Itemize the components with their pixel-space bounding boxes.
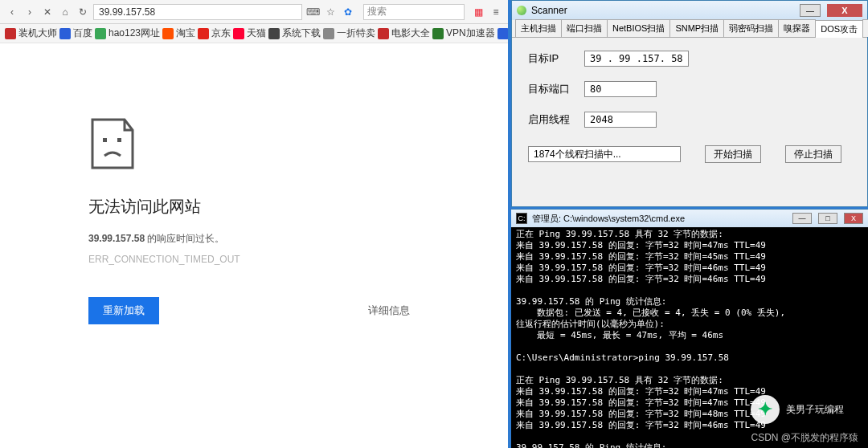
bookmark-favicon — [59, 28, 71, 39]
browser-toolbar: ‹ › ✕ ⌂ ↻ 39.99.157.58 ⌨ ☆ ✿ 搜索 ▦ ≡ — [0, 0, 508, 24]
bookmark-label: 系统下载 — [282, 26, 321, 40]
scanner-tab[interactable]: 注入检测 — [862, 19, 868, 37]
scanner-tab[interactable]: NetBIOS扫描 — [607, 19, 670, 37]
bookmark-favicon — [497, 28, 508, 39]
start-scan-button[interactable]: 开始扫描 — [705, 145, 761, 163]
scanner-tab[interactable]: 主机扫描 — [515, 19, 562, 37]
scanner-tab[interactable]: 嗅探器 — [778, 19, 816, 37]
target-ip-input[interactable] — [584, 51, 689, 67]
reload-icon[interactable]: ↻ — [76, 5, 90, 19]
error-code: ERR_CONNECTION_TIMED_OUT — [88, 254, 508, 265]
scanner-window: Scanner — X 主机扫描端口扫描NetBIOS扫描SNMP扫描弱密码扫描… — [511, 0, 868, 207]
target-ip-label: 目标IP — [528, 51, 584, 66]
search-box[interactable]: 搜索 — [363, 4, 465, 20]
star-icon[interactable]: ☆ — [323, 5, 338, 19]
error-sub-suffix: 的响应时间过长。 — [145, 233, 224, 244]
stop-icon[interactable]: ✕ — [40, 5, 55, 19]
home-icon[interactable]: ⌂ — [58, 5, 72, 19]
wechat-watermark: ✦ 美男子玩编程 — [751, 395, 844, 424]
cmd-titlebar: C: 管理员: C:\windows\system32\cmd.exe — □ … — [511, 210, 868, 227]
bookmark-item[interactable]: 系统下载 — [268, 26, 321, 40]
address-bar[interactable]: 39.99.157.58 — [93, 4, 302, 20]
threads-input[interactable] — [584, 112, 657, 128]
svg-rect-1 — [117, 138, 121, 142]
scanner-tab[interactable]: DOS攻击 — [815, 20, 863, 38]
bookmark-item[interactable]: 驱动精灵 — [497, 26, 508, 40]
bookmark-item[interactable]: 天猫 — [233, 26, 266, 40]
browser-right-icons: ▦ ≡ — [471, 5, 503, 19]
bookmark-favicon — [198, 28, 209, 39]
bookmark-label: 京东 — [211, 26, 231, 40]
details-button[interactable]: 详细信息 — [368, 303, 410, 318]
bookmark-item[interactable]: 百度 — [59, 26, 92, 40]
scanner-titlebar: Scanner — X — [512, 1, 867, 20]
bookmark-favicon — [323, 28, 334, 39]
address-text: 39.99.157.58 — [99, 6, 155, 18]
bookmark-favicon — [162, 28, 174, 39]
bookmark-item[interactable]: 装机大师 — [5, 26, 57, 40]
bookmark-favicon — [378, 28, 389, 39]
bookmark-item[interactable]: VPN加速器 — [432, 26, 495, 40]
search-placeholder: 搜索 — [367, 5, 387, 18]
browser-window: ‹ › ✕ ⌂ ↻ 39.99.157.58 ⌨ ☆ ✿ 搜索 ▦ ≡ 装机大师… — [0, 0, 508, 448]
bookmark-label: 一折特卖 — [337, 26, 375, 40]
bookmark-favicon — [268, 28, 280, 39]
error-host: 39.99.157.58 — [88, 233, 145, 244]
bookmark-item[interactable]: hao123网址 — [95, 26, 160, 40]
bookmarks-bar: 装机大师百度hao123网址淘宝京东天猫系统下载一折特卖电影大全VPN加速器驱动… — [0, 24, 508, 43]
minimize-button[interactable]: — — [800, 4, 821, 17]
bookmark-label: 装机大师 — [18, 26, 57, 40]
scan-status: 1874个线程扫描中... — [528, 146, 681, 162]
bookmark-favicon — [432, 28, 444, 39]
bookmark-favicon — [95, 28, 106, 39]
bookmark-label: 淘宝 — [176, 26, 195, 40]
scanner-app-icon — [517, 6, 526, 15]
forward-button[interactable]: › — [23, 5, 37, 19]
stop-scan-button[interactable]: 停止扫描 — [785, 145, 841, 163]
scanner-panel: 目标IP 目标端口 启用线程 1874个线程扫描中... 开始扫描 停止扫描 — [512, 38, 867, 176]
bookmark-favicon — [233, 28, 244, 39]
bookmark-label: 天猫 — [247, 26, 266, 40]
keyboard-icon[interactable]: ⌨ — [305, 5, 320, 19]
bookmark-label: 百度 — [73, 26, 92, 40]
menu-icon[interactable]: ≡ — [489, 5, 503, 19]
grid-icon[interactable]: ▦ — [471, 5, 485, 19]
bookmark-favicon — [5, 28, 16, 39]
bookmark-item[interactable]: 京东 — [198, 26, 231, 40]
close-button[interactable]: X — [827, 4, 862, 17]
wechat-icon: ✦ — [751, 395, 780, 424]
csdn-watermark: CSDN @不脱发的程序猿 — [751, 431, 858, 445]
bookmark-label: VPN加速器 — [446, 26, 495, 40]
scanner-title-text: Scanner — [531, 5, 795, 16]
svg-rect-0 — [103, 138, 107, 142]
scanner-tab[interactable]: 端口扫描 — [561, 19, 608, 37]
bookmark-item[interactable]: 淘宝 — [162, 26, 195, 40]
back-button[interactable]: ‹ — [5, 5, 19, 19]
cmd-maximize-button[interactable]: □ — [818, 213, 837, 224]
error-title: 无法访问此网站 — [88, 196, 508, 218]
cmd-title-text: 管理员: C:\windows\system32\cmd.exe — [532, 213, 786, 225]
cmd-close-button[interactable]: X — [844, 213, 863, 224]
error-subtitle: 39.99.157.58 的响应时间过长。 — [88, 232, 508, 246]
target-port-label: 目标端口 — [528, 82, 584, 96]
bookmark-item[interactable]: 一折特卖 — [323, 26, 375, 40]
bookmark-label: 电影大全 — [391, 26, 430, 40]
error-page: 无法访问此网站 39.99.157.58 的响应时间过长。 ERR_CONNEC… — [0, 43, 508, 324]
paw-icon[interactable]: ✿ — [341, 5, 355, 19]
sad-page-icon — [88, 116, 137, 172]
watermark-text: 美男子玩编程 — [786, 403, 844, 417]
reload-button[interactable]: 重新加载 — [88, 297, 159, 324]
threads-label: 启用线程 — [528, 112, 584, 127]
scanner-tabs: 主机扫描端口扫描NetBIOS扫描SNMP扫描弱密码扫描嗅探器DOS攻击注入检测… — [512, 20, 867, 38]
bookmark-label: hao123网址 — [108, 26, 160, 40]
scanner-tab[interactable]: SNMP扫描 — [669, 19, 724, 37]
cmd-icon: C: — [516, 213, 527, 224]
bookmark-item[interactable]: 电影大全 — [378, 26, 430, 40]
target-port-input[interactable] — [584, 81, 657, 97]
cmd-minimize-button[interactable]: — — [792, 213, 812, 224]
scanner-tab[interactable]: 弱密码扫描 — [723, 19, 779, 37]
